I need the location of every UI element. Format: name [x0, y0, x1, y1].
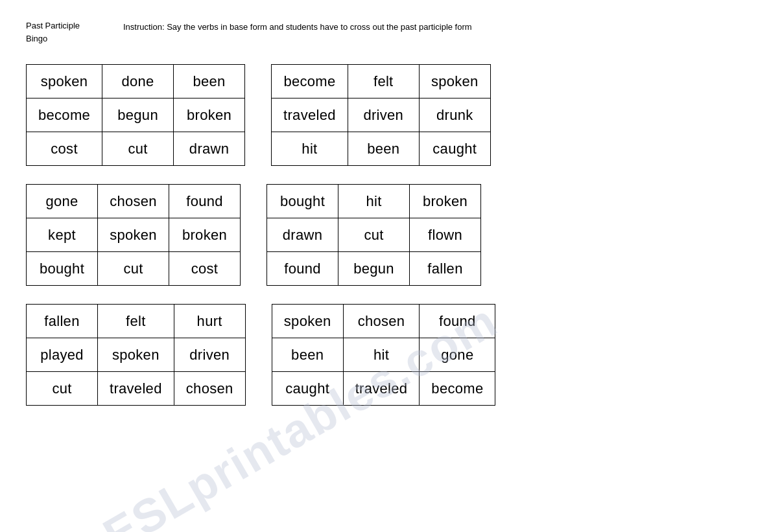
- table-row: drawncutflown: [267, 218, 481, 252]
- table-cell: done: [102, 65, 174, 98]
- table-cell: broken: [169, 218, 241, 252]
- title-line2: Bingo: [26, 32, 97, 45]
- table-cell: kept: [27, 218, 98, 252]
- grid-row-1: gonechosenfoundkeptspokenbrokenboughtcut…: [26, 184, 732, 286]
- table-row: costcutdrawn: [27, 132, 245, 166]
- table-cell: cost: [27, 132, 102, 166]
- table-cell: driven: [174, 338, 245, 372]
- table-cell: spoken: [98, 338, 174, 372]
- table-cell: found: [420, 305, 495, 338]
- table-cell: broken: [410, 185, 481, 218]
- table-row: gonechosenfound: [27, 185, 241, 218]
- table-cell: drunk: [419, 98, 490, 132]
- table-cell: broken: [174, 98, 245, 132]
- table-row: becomefeltspoken: [272, 65, 491, 98]
- table-row: spokendonebeen: [27, 65, 245, 98]
- table-cell: found: [267, 252, 338, 286]
- table-cell: gone: [27, 185, 98, 218]
- table-cell: traveled: [343, 372, 420, 406]
- table-cell: played: [27, 338, 98, 372]
- table-cell: spoken: [419, 65, 490, 98]
- table-cell: begun: [102, 98, 174, 132]
- header: Past Participle Bingo Instruction: Say t…: [26, 19, 732, 45]
- table-cell: bought: [27, 252, 98, 286]
- table-cell: felt: [348, 65, 419, 98]
- table-cell: cut: [102, 132, 174, 166]
- table-cell: cost: [169, 252, 241, 286]
- table-cell: driven: [348, 98, 419, 132]
- table-row: caughttraveledbecome: [272, 372, 495, 406]
- table-cell: traveled: [272, 98, 348, 132]
- table-cell: spoken: [272, 305, 343, 338]
- table-row: playedspokendriven: [27, 338, 246, 372]
- grid-row-2: fallenfelthurtplayedspokendrivencuttrave…: [26, 304, 732, 406]
- table-cell: drawn: [174, 132, 245, 166]
- table-row: cuttraveledchosen: [27, 372, 246, 406]
- table-row: keptspokenbroken: [27, 218, 241, 252]
- table-row: fallenfelthurt: [27, 305, 246, 338]
- table-cell: chosen: [174, 372, 245, 406]
- bingo-grid-1-left: gonechosenfoundkeptspokenbrokenboughtcut…: [26, 184, 241, 286]
- table-cell: become: [272, 65, 348, 98]
- table-cell: traveled: [98, 372, 174, 406]
- table-cell: become: [420, 372, 495, 406]
- table-cell: cut: [27, 372, 98, 406]
- table-row: beenhitgone: [272, 338, 495, 372]
- table-cell: cut: [338, 218, 410, 252]
- table-cell: spoken: [27, 65, 102, 98]
- bingo-grid-2-left: fallenfelthurtplayedspokendrivencuttrave…: [26, 304, 246, 406]
- table-row: boughtcutcost: [27, 252, 241, 286]
- table-cell: been: [348, 132, 419, 166]
- header-instruction: Instruction: Say the verbs in base form …: [123, 19, 472, 34]
- grid-row-0: spokendonebeenbecomebegunbrokencostcutdr…: [26, 64, 732, 166]
- table-cell: become: [27, 98, 102, 132]
- table-cell: felt: [98, 305, 174, 338]
- table-cell: been: [272, 338, 343, 372]
- table-row: becomebegunbroken: [27, 98, 245, 132]
- table-cell: drawn: [267, 218, 338, 252]
- table-cell: cut: [98, 252, 169, 286]
- table-cell: gone: [420, 338, 495, 372]
- table-cell: flown: [410, 218, 481, 252]
- header-title: Past Participle Bingo: [26, 19, 97, 45]
- table-cell: bought: [267, 185, 338, 218]
- table-cell: found: [169, 185, 241, 218]
- table-row: boughthitbroken: [267, 185, 481, 218]
- table-cell: begun: [338, 252, 410, 286]
- title-line1: Past Participle: [26, 19, 97, 32]
- table-row: hitbeencaught: [272, 132, 491, 166]
- table-cell: caught: [272, 372, 343, 406]
- table-cell: been: [174, 65, 245, 98]
- grids-container: spokendonebeenbecomebegunbrokencostcutdr…: [26, 64, 732, 406]
- table-cell: caught: [419, 132, 490, 166]
- bingo-grid-0-left: spokendonebeenbecomebegunbrokencostcutdr…: [26, 64, 245, 166]
- table-cell: hurt: [174, 305, 245, 338]
- table-cell: hit: [338, 185, 410, 218]
- bingo-grid-0-right: becomefeltspokentraveleddrivendrunkhitbe…: [271, 64, 491, 166]
- table-cell: chosen: [98, 185, 169, 218]
- table-cell: fallen: [410, 252, 481, 286]
- table-row: spokenchosenfound: [272, 305, 495, 338]
- table-cell: hit: [272, 132, 348, 166]
- table-row: traveleddrivendrunk: [272, 98, 491, 132]
- table-cell: fallen: [27, 305, 98, 338]
- table-row: foundbegunfallen: [267, 252, 481, 286]
- table-cell: hit: [343, 338, 420, 372]
- table-cell: spoken: [98, 218, 169, 252]
- table-cell: chosen: [343, 305, 420, 338]
- bingo-grid-1-right: boughthitbrokendrawncutflownfoundbegunfa…: [266, 184, 481, 286]
- bingo-grid-2-right: spokenchosenfoundbeenhitgonecaughttravel…: [272, 304, 496, 406]
